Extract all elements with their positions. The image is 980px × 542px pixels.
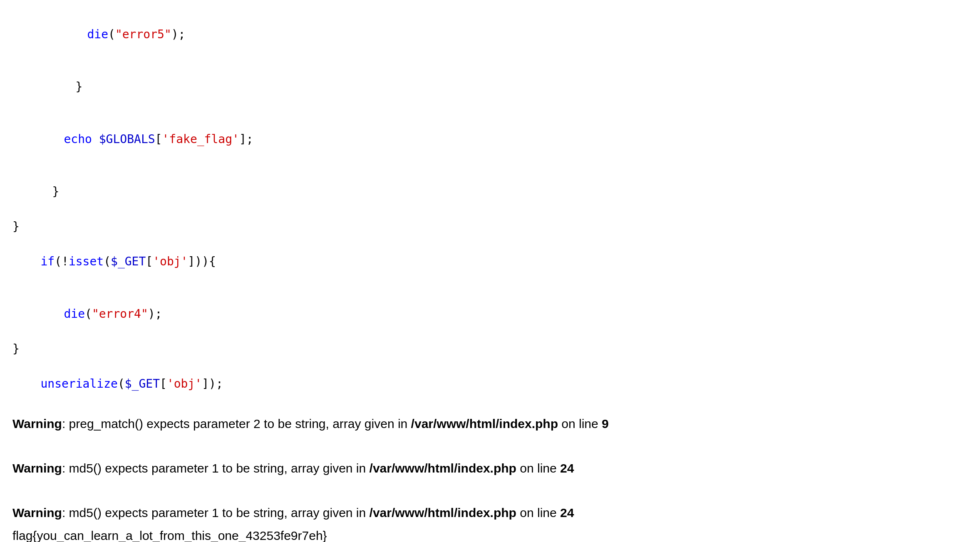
warning-3: Warning: md5() expects parameter 1 to be… [12, 503, 968, 522]
code-line-3: echo $GLOBALS['fake_flag']; [12, 113, 968, 166]
code-area: die("error5"); } echo $GLOBALS['fake_fla… [0, 0, 980, 542]
warning-2: Warning: md5() expects parameter 1 to be… [12, 459, 968, 478]
code-line-5: } [12, 218, 968, 235]
code-line-9: unserialize($_GET['obj']); [12, 358, 968, 410]
code-line-6: if(!isset($_GET['obj'])){ [12, 235, 968, 288]
code-line-7: die("error4"); [12, 288, 968, 340]
code-line-8: } [12, 340, 968, 358]
code-line-2: } [12, 61, 968, 113]
warning-1: Warning: preg_match() expects parameter … [12, 414, 968, 433]
code-line-1: die("error5"); [12, 8, 968, 61]
code-line-4: } [12, 166, 968, 218]
flag-output: flag{you_can_learn_a_lot_from_this_one_4… [12, 526, 968, 542]
